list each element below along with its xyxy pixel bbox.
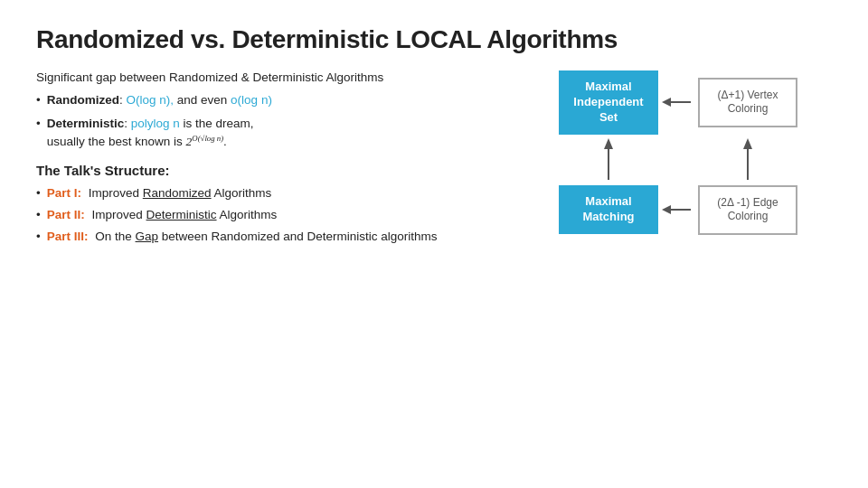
part-i-bullet: Part I: Improved Randomized Algorithms (36, 185, 506, 202)
svg-marker-7 (662, 205, 671, 214)
math-expr: 2O(√log n) (186, 135, 224, 148)
edge-coloring-box: (2Δ -1) Edge Coloring (698, 185, 797, 235)
part-i-label: Part I: (47, 186, 81, 200)
part-iii-between: between Randomized and Deterministic alg… (158, 230, 437, 243)
part-bullets-list: Part I: Improved Randomized Algorithms P… (36, 185, 506, 246)
randomized-orange: o(log n) (231, 93, 272, 107)
dream-text: is the dream, (180, 117, 254, 130)
part-ii-improved: Improved (89, 208, 146, 221)
best-known-text: usually the best known is (47, 135, 186, 148)
part-i-underline: Randomized (143, 186, 212, 200)
part-ii-bullet: Part II: Improved Deterministic Algorith… (36, 207, 506, 224)
right-panel: Maximal Independent Set (Δ+1) Vertex Col… (524, 70, 832, 250)
part-iii-bullet: Part III: On the Gap between Randomized … (36, 229, 506, 246)
colon2: : (124, 117, 131, 130)
talk-structure-section: The Talk's Structure: Part I: Improved R… (36, 163, 506, 246)
deterministic-label: Deterministic (47, 117, 125, 130)
content-area: Significant gap between Randomized & Det… (36, 70, 832, 250)
randomized-cyan: O(log n), (127, 93, 175, 107)
vertex-coloring-box: (Δ+1) Vertex Coloring (698, 78, 797, 127)
part-iii-on: On the (92, 230, 136, 243)
bullet-deterministic: Deterministic: polylog n is the dream, u… (36, 115, 506, 151)
box-ec-label: (2Δ -1) Edge Coloring (717, 196, 778, 224)
subtitle: Significant gap between Randomized & Det… (36, 70, 506, 84)
up-arrow-left-svg (596, 135, 621, 185)
part-iii-text: Part III: On the Gap between Randomized … (47, 229, 438, 246)
box-mm-label: Maximal Matching (582, 194, 634, 225)
v-arrow-right-area (698, 135, 797, 185)
part-i-improved: Improved (85, 186, 143, 200)
part-ii-underline: Deterministic (146, 208, 217, 221)
talk-structure-title: The Talk's Structure: (36, 163, 506, 178)
svg-marker-1 (662, 98, 671, 107)
randomized-and: and even (174, 93, 231, 107)
part-ii-text: Part II: Improved Deterministic Algorith… (47, 207, 278, 224)
part-iii-label: Part III: (47, 230, 89, 243)
maximal-independent-set-box: Maximal Independent Set (559, 70, 658, 135)
maximal-matching-box: Maximal Matching (559, 185, 658, 234)
colon1: : (119, 93, 127, 107)
part-ii-algorithms: Algorithms (217, 208, 278, 221)
h-arrow-top (658, 92, 698, 112)
randomized-label: Randomized (47, 93, 119, 107)
h-arrow-bottom (658, 200, 698, 220)
box-mis-label: Maximal Independent Set (571, 80, 646, 126)
left-arrow-top-svg (658, 92, 698, 112)
left-arrow-bottom-svg (658, 200, 698, 220)
bullet-randomized-text: Randomized: O(log n), and even o(log n) (47, 91, 272, 109)
svg-marker-5 (743, 138, 752, 149)
period: . (223, 135, 227, 148)
part-ii-label: Part II: (47, 208, 85, 221)
polylog-text: polylog n (131, 117, 180, 130)
slide: Randomized vs. Deterministic LOCAL Algor… (0, 0, 868, 488)
part-iii-underline: Gap (136, 230, 159, 243)
bullet-group-algorithms: Randomized: O(log n), and even o(log n) … (36, 91, 506, 150)
diagram-wrapper: Maximal Independent Set (Δ+1) Vertex Col… (524, 70, 832, 235)
svg-marker-3 (604, 138, 613, 149)
v-arrow-left-area (559, 135, 658, 185)
slide-title: Randomized vs. Deterministic LOCAL Algor… (36, 25, 832, 54)
bullet-randomized: Randomized: O(log n), and even o(log n) (36, 91, 506, 109)
bullet-deterministic-text: Deterministic: polylog n is the dream, u… (47, 115, 254, 151)
box-vc-label: (Δ+1) Vertex Coloring (717, 89, 778, 117)
left-panel: Significant gap between Randomized & Det… (36, 70, 524, 250)
part-i-text: Part I: Improved Randomized Algorithms (47, 185, 272, 202)
up-arrow-right-svg (735, 135, 760, 185)
part-i-algorithms: Algorithms (212, 186, 272, 200)
